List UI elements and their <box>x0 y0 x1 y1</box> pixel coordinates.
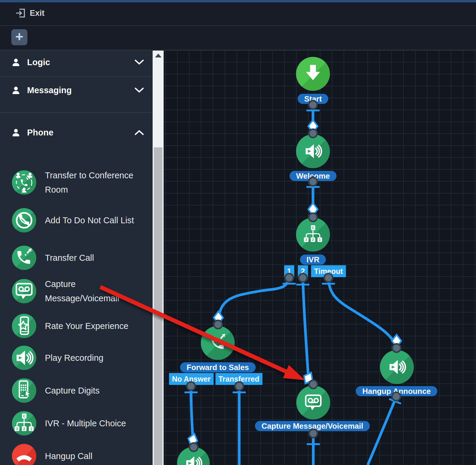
svg-text:C: C <box>23 414 26 418</box>
scrollbar-up-arrow[interactable] <box>155 54 162 57</box>
palette-item-ivr[interactable]: C 3 2 1 IVR - Multiple Choice <box>12 411 140 435</box>
node-bottom-partial[interactable] <box>177 447 210 465</box>
svg-text:2: 2 <box>312 238 314 241</box>
palette-item-label: Hangup Call <box>45 449 140 463</box>
flow-canvas[interactable]: C 3 2 1 <box>164 51 476 465</box>
section-label: Logic <box>27 57 50 67</box>
sidebar-scrollbar[interactable] <box>153 51 164 465</box>
node-capture-message[interactable] <box>296 386 330 419</box>
sidebar-section-logic[interactable]: Logic <box>0 51 153 74</box>
svg-text:2: 2 <box>23 427 25 431</box>
start-arrow-icon <box>300 61 326 87</box>
divider <box>0 76 153 77</box>
node-hangup-announce[interactable] <box>380 350 414 384</box>
branch-tab-timeout[interactable]: Timeout <box>311 265 346 277</box>
exit-label: Exit <box>30 9 45 18</box>
chevron-up-icon <box>135 130 144 135</box>
svg-text:3: 3 <box>16 427 18 431</box>
palette-item-capture-message[interactable]: Capture Message/Voicemail <box>12 276 140 307</box>
hangup-icon <box>12 444 36 465</box>
add-node-button[interactable]: + <box>11 29 27 45</box>
node-label-start[interactable]: Start <box>298 94 328 104</box>
transfer-call-icon <box>206 331 229 355</box>
section-label: Messaging <box>27 85 72 95</box>
scrollbar-thumb[interactable] <box>154 147 162 465</box>
palette-item-play-recording[interactable]: Play Recording <box>12 346 140 370</box>
person-icon <box>11 128 21 137</box>
person-icon <box>11 86 21 95</box>
toolbar-top: Exit <box>0 2 476 26</box>
branch-tab-transferred[interactable]: Transferred <box>215 373 262 385</box>
branch-tab-no-answer[interactable]: No Answer <box>169 373 214 385</box>
transfer-call-icon <box>12 246 36 270</box>
speaker-icon <box>385 355 408 379</box>
exit-button[interactable]: Exit <box>15 7 45 19</box>
plus-icon: + <box>15 30 24 43</box>
branch-tab-1[interactable]: 1 <box>284 265 294 277</box>
palette-item-label: Capture Message/Voicemail <box>45 277 140 305</box>
palette-item-do-not-call[interactable]: Add To Do Not Call List <box>12 205 140 236</box>
node-palette-sidebar: Logic Messaging Phone <box>0 51 153 465</box>
node-label-ivr[interactable]: IVR <box>300 255 326 265</box>
node-label-welcome[interactable]: Welcome <box>289 171 336 181</box>
palette-item-transfer-conference[interactable]: Transfer to Conference Room <box>12 167 140 198</box>
chevron-down-icon <box>135 60 144 65</box>
palette-item-hangup-call[interactable]: Hangup Call <box>12 444 140 465</box>
speaker-icon <box>301 140 325 163</box>
chevron-down-icon <box>135 88 144 93</box>
palette-item-label: Transfer to Conference Room <box>45 168 140 197</box>
sidebar-section-phone[interactable]: Phone <box>0 121 153 144</box>
node-ivr[interactable]: C 3 2 1 <box>296 218 330 252</box>
capture-digits-icon <box>12 378 36 403</box>
ivr-tree-icon: C 3 2 1 <box>302 223 324 246</box>
speaker-icon <box>182 452 205 465</box>
palette-item-label: Play Recording <box>45 351 140 365</box>
palette-item-label: Capture Digits <box>45 383 140 398</box>
person-icon <box>11 58 21 67</box>
divider <box>0 112 153 113</box>
play-recording-icon <box>12 346 36 370</box>
section-label: Phone <box>27 128 54 138</box>
node-start[interactable] <box>296 57 330 91</box>
top-accent-strip <box>0 0 476 2</box>
palette-item-rate-experience[interactable]: Rate Your Experience <box>12 314 140 338</box>
branch-tab-2[interactable]: 2 <box>298 265 308 277</box>
sidebar-section-messaging[interactable]: Messaging <box>0 79 153 102</box>
conference-icon <box>12 170 36 195</box>
svg-text:3: 3 <box>305 238 307 241</box>
node-forward-to-sales[interactable] <box>201 326 235 360</box>
svg-text:1: 1 <box>30 427 32 431</box>
ivr-icon: C 3 2 1 <box>12 411 36 436</box>
rate-experience-icon <box>12 314 36 338</box>
palette-item-label: Transfer Call <box>45 251 140 265</box>
palette-item-capture-digits[interactable]: Capture Digits <box>12 379 140 402</box>
toolbar-secondary: + <box>0 26 476 51</box>
svg-text:C: C <box>312 226 314 230</box>
palette-item-label: Rate Your Experience <box>45 319 140 333</box>
node-label-capture[interactable]: Capture Message/Voicemail <box>255 421 370 431</box>
node-label-forward[interactable]: Forward to Sales <box>180 362 256 372</box>
voicemail-icon <box>12 279 36 303</box>
node-welcome[interactable] <box>296 134 330 168</box>
exit-icon <box>15 7 27 19</box>
palette-item-label: Add To Do Not Call List <box>45 213 140 227</box>
do-not-call-icon <box>12 208 36 232</box>
palette-item-transfer-call[interactable]: Transfer Call <box>12 246 140 270</box>
voicemail-icon <box>302 391 325 414</box>
node-label-hangup-announce[interactable]: Hangup Announce <box>356 386 437 396</box>
svg-text:1: 1 <box>319 238 321 241</box>
palette-item-label: IVR - Multiple Choice <box>45 416 140 430</box>
